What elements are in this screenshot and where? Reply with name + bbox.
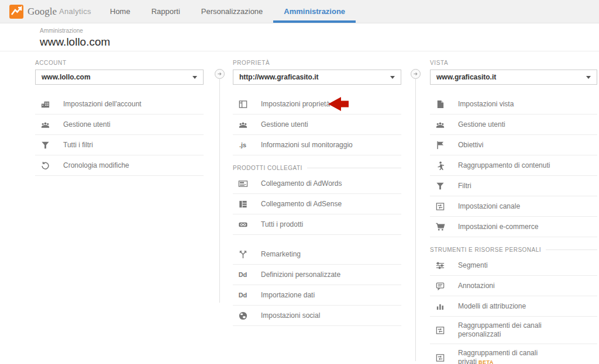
menu-item-impostazioni-dell-account[interactable]: Impostazioni dell'account [35, 94, 204, 115]
menu-item-text: Annotazioni [458, 282, 495, 290]
menu-item-text: Modelli di attribuzione [458, 302, 526, 310]
channel-icon [435, 325, 445, 335]
section-header-label: STRUMENTI E RISORSE PERSONALI [430, 247, 541, 253]
menu-item-text: Cronologia modifiche [63, 161, 129, 169]
annotation-icon [435, 280, 445, 291]
menu-item-label: Raggruppamento di contenuti [458, 161, 550, 170]
cart-icon [435, 221, 445, 232]
collapse-account-column-button[interactable] [215, 69, 225, 79]
menu-item-text: Gestione utenti [63, 120, 111, 129]
history-icon [40, 160, 50, 171]
menu-item-informazioni-sul-monitoraggio[interactable]: .jsInformazioni sul monitoraggio [233, 135, 401, 155]
column-account: ACCOUNTwww.lollo.comImpostazioni dell'ac… [35, 60, 204, 176]
menu-item-label: Importazione dati [261, 291, 315, 300]
menu-section: Impostazioni proprietàGestione utenti.js… [233, 94, 401, 155]
menu-item-text: Impostazioni social [261, 311, 320, 320]
section-header-rule [307, 168, 401, 168]
menu-item-label: Gestione utenti [261, 120, 308, 129]
users-icon [237, 119, 248, 130]
topbar: Google Analytics HomeRapportiPersonalizz… [0, 0, 599, 23]
menu-item-text: Remarketing [261, 250, 301, 258]
column-label: VISTA [430, 60, 597, 66]
menu-item-label: Tutti i prodotti [261, 220, 303, 229]
menu-item-text: Raggruppamenti dei canali personalizzati [458, 321, 542, 338]
menu-item-text: Gestione utenti [261, 120, 308, 129]
proprieta-selector-dropdown[interactable]: http://www.graficasito.it [233, 70, 401, 85]
menu-item-label: Impostazioni vista [458, 100, 514, 109]
menu-item-cronologia-modifiche[interactable]: Cronologia modifiche [35, 155, 204, 176]
menu-item-definizioni-personalizzate[interactable]: DdDefinizioni personalizzate [233, 265, 401, 285]
menu-item-text: Impostazioni canale [458, 202, 520, 210]
users-icon [40, 119, 50, 130]
menu-item-collegamento-di-adwords[interactable]: Collegamento di AdWords [233, 174, 401, 194]
section-header-prodotti-collegati: PRODOTTI COLLEGATI [233, 165, 401, 171]
beta-badge: BETA [478, 359, 494, 364]
menu-item-text: Obiettivi [458, 141, 483, 149]
menu-item-raggruppamento-di-contenuti[interactable]: Raggruppamento di contenuti [430, 155, 597, 176]
divider-line [219, 79, 220, 303]
menu-item-importazione-dati[interactable]: DdImportazione dati [233, 285, 401, 306]
account-selector-dropdown[interactable]: www.lollo.com [35, 70, 204, 85]
menu-item-gestione-utenti[interactable]: Gestione utenti [233, 115, 401, 135]
menu-item-impostazioni-social[interactable]: Impostazioni social [233, 306, 401, 326]
section-header-rule [546, 249, 597, 250]
menu-item-collegamento-di-adsense[interactable]: Collegamento di AdSense [233, 194, 401, 214]
dropdown-selected-value: http://www.graficasito.it [239, 73, 387, 81]
menu-item-tutti-i-prodotti[interactable]: Tutti i prodotti [233, 214, 401, 235]
logo-product-text: Analytics [59, 7, 91, 16]
menu-item-text: Informazioni sul monitoraggio [261, 141, 353, 149]
menu-item-raggruppamenti-di-canali-privati[interactable]: Raggruppamenti di canali privatiBETA [430, 344, 597, 364]
google-analytics-logo[interactable]: Google Analytics [0, 0, 88, 23]
logo-brand-text: Google [27, 6, 57, 18]
all-products-icon [237, 219, 248, 230]
breadcrumb: Amministrazione [40, 27, 599, 34]
adwords-icon [237, 178, 248, 189]
menu-item-label: Collegamento di AdWords [261, 179, 342, 188]
menu-item-text: Impostazioni vista [458, 100, 514, 108]
funnel-icon [435, 181, 445, 191]
menu-item-tutti-i-filtri[interactable]: Tutti i filtri [35, 135, 204, 155]
menu-item-text: Impostazioni e-commerce [458, 223, 538, 231]
menu-item-label: Informazioni sul monitoraggio [261, 141, 353, 150]
menu-item-modelli-di-attribuzione[interactable]: Modelli di attribuzione [430, 296, 597, 317]
nav-tab-amministrazione[interactable]: Amministrazione [273, 0, 356, 23]
menu-item-impostazioni-canale[interactable]: Impostazioni canale [430, 196, 597, 217]
menu: Impostazioni dell'accountGestione utenti… [35, 94, 204, 176]
menu-item-gestione-utenti[interactable]: Gestione utenti [430, 115, 597, 135]
bar-chart-icon [435, 301, 445, 311]
main-nav: HomeRapportiPersonalizzazioneAmministraz… [99, 0, 356, 23]
menu-item-label: Impostazioni proprietà [261, 100, 330, 109]
column-divider [215, 69, 225, 303]
menu-item-label: Obiettivi [458, 141, 483, 150]
menu-item-label: Collegamento di AdSense [261, 200, 342, 209]
menu-item-impostazioni-proprieta[interactable]: Impostazioni proprietà [233, 94, 401, 115]
menu-item-annotazioni[interactable]: Annotazioni [430, 276, 597, 296]
menu-item-text: Filtri [458, 182, 471, 190]
menu-item-segmenti[interactable]: Segmenti [430, 255, 597, 276]
flag-icon [435, 140, 445, 150]
menu-item-filtri[interactable]: Filtri [430, 176, 597, 196]
nav-tab-home[interactable]: Home [99, 0, 141, 23]
menu-item-text: Gestione utenti [458, 120, 505, 129]
admin-columns: ACCOUNTwww.lollo.comImpostazioni dell'ac… [0, 51, 599, 364]
menu-item-label: Tutti i filtri [63, 141, 93, 150]
nav-tab-rapporti[interactable]: Rapporti [141, 0, 191, 23]
building-icon [40, 99, 50, 109]
menu-item-label: Impostazioni e-commerce [458, 223, 538, 231]
menu-item-gestione-utenti[interactable]: Gestione utenti [35, 115, 204, 135]
red-annotation-arrow [328, 96, 352, 112]
section-header-strumenti-e-risorse-personali: STRUMENTI E RISORSE PERSONALI [430, 247, 597, 253]
menu-item-remarketing[interactable]: Remarketing [233, 244, 401, 265]
menu-item-impostazioni-e-commerce[interactable]: Impostazioni e-commerce [430, 217, 597, 237]
collapse-property-column-button[interactable] [411, 69, 421, 79]
divider-line [415, 79, 416, 361]
menu-item-text: Definizioni personalizzate [261, 271, 340, 279]
menu-item-label: Impostazioni social [261, 311, 320, 320]
vista-selector-dropdown[interactable]: www.graficasito.it [430, 70, 597, 85]
menu-item-impostazioni-vista[interactable]: Impostazioni vista [430, 94, 597, 115]
menu-item-raggruppamenti-dei-canali-personalizzati[interactable]: Raggruppamenti dei canali personalizzati [430, 317, 597, 344]
menu-item-obiettivi[interactable]: Obiettivi [430, 135, 597, 155]
chevron-down-icon [192, 76, 197, 79]
nav-tab-personalizzazione[interactable]: Personalizzazione [191, 0, 274, 23]
menu-item-label: Impostazioni canale [458, 202, 520, 211]
